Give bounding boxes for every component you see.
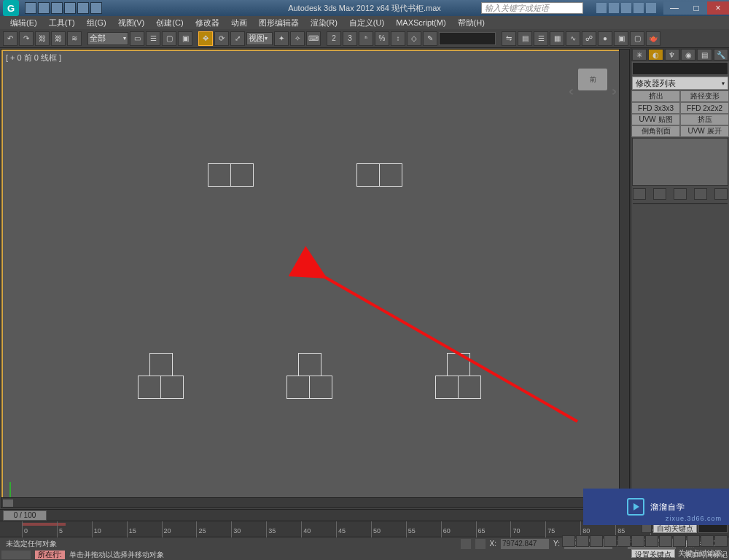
angle-snap-icon[interactable]: ⁿ	[359, 31, 373, 46]
graphite-ribbon-icon[interactable]: ▦	[550, 31, 564, 46]
ref-coord-system-dropdown[interactable]: 视图▾	[246, 32, 273, 45]
modifier-list-dropdown[interactable]: 修改器列表▾	[632, 77, 728, 90]
tab-display-icon[interactable]: ▤	[697, 49, 712, 61]
time-slider-thumb[interactable]: 0 / 100	[3, 510, 47, 521]
material-editor-icon[interactable]: ●	[598, 31, 612, 46]
show-end-result-icon[interactable]	[653, 188, 666, 200]
pin-stack-icon[interactable]	[633, 188, 646, 200]
render-frame-icon[interactable]: ▢	[630, 31, 644, 46]
select-by-name-icon[interactable]: ☰	[146, 31, 160, 46]
make-unique-icon[interactable]	[674, 188, 687, 200]
selection-filter-dropdown[interactable]: 全部▾	[87, 32, 128, 45]
coord-x-input[interactable]: 79742.847	[501, 539, 549, 549]
snap-2d-icon[interactable]: 2	[327, 31, 341, 46]
configure-sets-icon[interactable]	[714, 188, 728, 200]
selection-lock-icon[interactable]	[461, 539, 471, 549]
modifier-stack[interactable]	[632, 138, 728, 186]
menu-help[interactable]: 帮助(H)	[452, 16, 491, 30]
menu-modifiers[interactable]: 修改器	[190, 16, 225, 30]
tab-motion-icon[interactable]: ◉	[681, 49, 695, 61]
render-setup-icon[interactable]: ▣	[614, 31, 628, 46]
modifier-squeeze-button[interactable]: 挤压	[680, 114, 729, 125]
select-manipulate-icon[interactable]: ✧	[290, 31, 305, 46]
edit-named-sel-icon[interactable]: ✎	[423, 31, 437, 46]
select-and-scale-icon[interactable]: ⤢	[230, 31, 245, 46]
layers-icon[interactable]: ☰	[534, 31, 548, 46]
schematic-view-icon[interactable]: ☍	[582, 31, 596, 46]
key-filters-button[interactable]: 关键点过滤器...	[678, 548, 728, 559]
help-icon[interactable]	[646, 3, 656, 13]
close-button[interactable]: ×	[707, 1, 729, 15]
window-crossing-icon[interactable]: ▣	[178, 31, 192, 46]
edge-snap-icon[interactable]: ◇	[407, 31, 421, 46]
viewport[interactable]: [ + 0 前 0 线框 ] 前	[1, 49, 630, 508]
minimize-button[interactable]: —	[663, 1, 685, 15]
modifier-uvwunwrap-button[interactable]: UVW 展开	[680, 125, 729, 137]
bind-spacewarp-icon[interactable]: ≋	[67, 31, 82, 46]
menu-graph-editors[interactable]: 图形编辑器	[253, 16, 305, 30]
snap-3d-icon[interactable]: 3	[343, 31, 357, 46]
modifier-uvwmap-button[interactable]: UVW 贴图	[631, 114, 680, 125]
use-pivot-center-icon[interactable]: ✦	[274, 31, 289, 46]
object-name-field[interactable]	[632, 62, 728, 75]
field-of-view-icon[interactable]	[673, 535, 686, 547]
favorites-icon[interactable]	[634, 3, 644, 13]
menu-group[interactable]: 组(G)	[81, 16, 112, 30]
viewport-label[interactable]: [ + 0 前 0 线框 ]	[6, 52, 61, 63]
menu-render[interactable]: 渲染(R)	[305, 16, 343, 30]
max-toggle-icon[interactable]	[714, 535, 728, 547]
select-and-move-icon[interactable]: ✥	[198, 31, 213, 46]
play-icon[interactable]	[590, 535, 603, 547]
qat-link-icon[interactable]	[90, 2, 102, 14]
viewport-vscrollbar[interactable]	[619, 50, 629, 497]
qat-undo-icon[interactable]	[64, 2, 76, 14]
subscription-icon[interactable]	[609, 3, 619, 13]
menu-customize[interactable]: 自定义(U)	[343, 16, 390, 30]
zoom-all-icon[interactable]	[645, 535, 658, 547]
keyboard-shortcut-toggle-icon[interactable]: ⌨	[306, 31, 321, 46]
redo-icon[interactable]: ↷	[19, 31, 34, 46]
zoom-icon[interactable]	[631, 535, 644, 547]
goto-end-icon[interactable]	[617, 535, 631, 547]
infocenter-search-icon[interactable]	[596, 3, 607, 13]
app-menu-icon[interactable]: G	[3, 0, 19, 16]
qat-new-icon[interactable]	[25, 2, 36, 14]
absolute-relative-icon[interactable]	[475, 539, 486, 549]
modifier-ffd3-button[interactable]: FFD 3x3x3	[631, 102, 680, 114]
exchange-icon[interactable]	[621, 3, 631, 13]
maximize-button[interactable]: □	[685, 1, 707, 15]
zoom-extents-icon[interactable]	[659, 535, 672, 547]
tab-modify-icon[interactable]: ◐	[648, 49, 663, 61]
infocenter-search-input[interactable]: 输入关键字或短语	[481, 2, 583, 14]
spinner-snap-icon[interactable]: ↕	[391, 31, 405, 46]
maxscript-macro-recorder[interactable]	[1, 551, 31, 559]
menu-edit[interactable]: 编辑(E)	[4, 16, 43, 30]
unlink-icon[interactable]: ⛓̸	[51, 31, 66, 46]
prev-frame-icon[interactable]	[576, 535, 589, 547]
qat-save-icon[interactable]	[51, 2, 63, 14]
select-and-rotate-icon[interactable]: ⟳	[214, 31, 229, 46]
tab-utilities-icon[interactable]: 🔧	[714, 49, 728, 61]
render-production-icon[interactable]: 🫖	[646, 31, 660, 46]
set-key-button[interactable]: 设置关键点	[631, 549, 675, 558]
modifier-bevelprofile-button[interactable]: 倒角剖面	[631, 125, 680, 137]
align-icon[interactable]: ▤	[518, 31, 532, 46]
percent-snap-icon[interactable]: %	[375, 31, 389, 46]
named-selection-dropdown[interactable]	[439, 32, 496, 45]
menu-animation[interactable]: 动画	[225, 16, 253, 30]
viewcube-compass[interactable]	[569, 86, 616, 98]
modifier-extrude-button[interactable]: 挤出	[631, 90, 680, 102]
link-icon[interactable]: ⛓	[35, 31, 50, 46]
select-region-icon[interactable]: ▢	[162, 31, 176, 46]
modifier-pathdeform-button[interactable]: 路径变形	[680, 90, 729, 102]
goto-start-icon[interactable]	[562, 535, 575, 547]
menu-create[interactable]: 创建(C)	[150, 16, 189, 30]
remove-modifier-icon[interactable]	[694, 188, 707, 200]
tab-hierarchy-icon[interactable]: ♆	[665, 49, 679, 61]
menu-maxscript[interactable]: MAXScript(M)	[390, 17, 451, 28]
scrollbar-thumb[interactable]	[3, 499, 13, 507]
next-frame-icon[interactable]	[604, 535, 617, 547]
qat-open-icon[interactable]	[38, 2, 50, 14]
curve-editor-icon[interactable]: ∿	[566, 31, 580, 46]
orbit-icon[interactable]	[701, 535, 714, 547]
